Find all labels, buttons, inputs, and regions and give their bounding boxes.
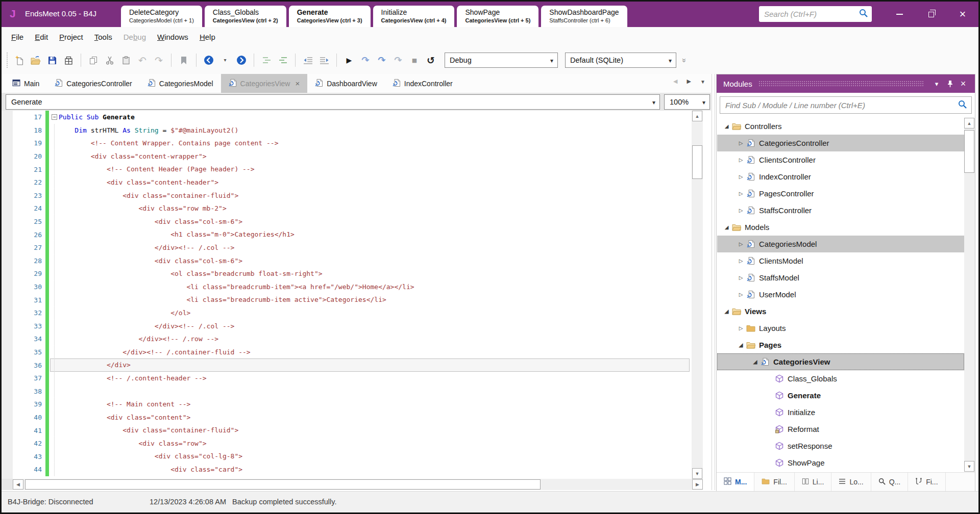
fold-margin[interactable] <box>50 332 59 346</box>
fold-margin[interactable] <box>50 280 59 294</box>
copy-icon[interactable] <box>88 55 99 66</box>
code-text[interactable]: <div class="col-sm-6"> <box>59 215 690 228</box>
menu-item[interactable]: Debug <box>118 33 152 41</box>
tree-item[interactable]: setResponse <box>717 438 964 454</box>
search-icon[interactable] <box>958 100 967 111</box>
expander-icon[interactable]: ▷ <box>737 191 745 196</box>
fold-margin[interactable] <box>50 124 59 137</box>
toolbar-button[interactable] <box>336 54 337 67</box>
tree-item[interactable]: ▷ ClientsController <box>717 151 964 168</box>
run-mode-select[interactable]: Debug <box>445 53 558 68</box>
expander-icon[interactable]: ▷ <box>737 258 745 264</box>
fold-margin[interactable] <box>50 150 59 163</box>
menu-item[interactable]: Windows <box>152 33 194 41</box>
expander-icon[interactable]: ▷ <box>737 325 745 331</box>
toolbar-button[interactable] <box>171 54 172 67</box>
close-button[interactable] <box>947 2 978 27</box>
step-out-icon[interactable]: ↷ <box>393 55 404 66</box>
pin-icon[interactable] <box>943 77 957 90</box>
scroll-tabs-right-icon[interactable] <box>687 78 691 85</box>
bookmark-tab[interactable]: ShowDashboardPage StaffsController (ctrl… <box>541 6 627 27</box>
code-line[interactable]: 17 Public Sub Generate <box>13 111 690 124</box>
search-icon[interactable] <box>859 9 868 19</box>
resume-icon[interactable]: ↷ <box>360 55 371 66</box>
fold-margin[interactable] <box>50 189 59 202</box>
code-text[interactable]: <li class="breadcrumb-item active">Categ… <box>59 293 690 306</box>
document-tab[interactable]: CategoriesModel <box>140 74 221 93</box>
fold-margin[interactable] <box>50 293 59 306</box>
expander-icon[interactable]: ◢ <box>722 309 731 314</box>
toolbar-grip[interactable] <box>7 53 9 68</box>
bookmark-icon[interactable] <box>178 55 189 66</box>
panel-menu-icon[interactable] <box>930 77 943 90</box>
toolbar-button[interactable] <box>81 54 81 67</box>
tree-item[interactable]: ShowPage <box>717 454 964 471</box>
code-text[interactable]: Dim strHTML As String = $"#@mainLayout2(… <box>59 124 690 137</box>
tree-item[interactable]: Generate <box>717 387 964 404</box>
fold-margin[interactable] <box>50 163 59 176</box>
tree-item[interactable]: ◢ Views <box>717 303 964 320</box>
code-line[interactable]: 38 <box>13 384 690 398</box>
back-menu-icon[interactable]: ▾ <box>219 55 231 66</box>
code-line[interactable]: 20 <div class="content-wrapper"> <box>13 150 690 163</box>
fold-margin[interactable] <box>50 320 59 333</box>
code-line[interactable]: 19 <!-- Content Wrapper. Contains page c… <box>13 137 690 150</box>
tree-item[interactable]: ◢ CategoriesView <box>717 353 964 370</box>
indent-icon[interactable] <box>318 55 330 66</box>
fold-margin[interactable] <box>50 306 59 320</box>
build-modules-icon[interactable] <box>63 55 74 66</box>
code-text[interactable]: <div class="content-header"> <box>59 176 690 189</box>
expander-icon[interactable]: ▷ <box>737 292 745 297</box>
expander-icon[interactable]: ◢ <box>737 342 745 348</box>
expander-icon[interactable]: ◢ <box>722 123 731 129</box>
code-text[interactable]: <!-- Content Wrapper. Contains page cont… <box>59 137 690 150</box>
fold-margin[interactable] <box>50 346 59 359</box>
search-input[interactable]: Search (Ctrl+F) <box>759 6 872 22</box>
code-text[interactable]: <ol class="breadcrumb float-sm-right"> <box>59 267 690 280</box>
code-line[interactable]: 29 <ol class="breadcrumb float-sm-right"… <box>13 267 690 280</box>
code-line[interactable]: 27 </div><!-- /.col --> <box>13 241 690 254</box>
code-line[interactable]: 24 <div class="row mb-2"> <box>13 202 690 215</box>
tool-window-tab[interactable]: Q... <box>871 473 909 491</box>
code-text[interactable]: <div class="col-sm-6"> <box>59 254 690 268</box>
code-line[interactable]: 28 <div class="col-sm-6"> <box>13 254 690 268</box>
editor-zoom-select[interactable]: 100% <box>664 94 710 110</box>
expander-icon[interactable]: ▷ <box>737 208 745 213</box>
fold-margin[interactable] <box>50 176 59 189</box>
undo-icon[interactable]: ↶ <box>137 55 148 66</box>
menu-item[interactable]: Tools <box>89 33 118 41</box>
tree-item[interactable]: ◢ Models <box>717 219 964 236</box>
build-configuration-select[interactable]: Default (SQLite) <box>565 53 676 68</box>
fold-margin[interactable] <box>50 137 59 150</box>
tool-window-tab[interactable]: Lo... <box>831 473 871 491</box>
bookmark-tab[interactable]: Initialize CategoriesView (ctrl + 4) <box>373 6 455 27</box>
code-line[interactable]: 32 </ol> <box>13 306 690 320</box>
tree-item[interactable]: Initialize <box>717 404 964 421</box>
fold-margin[interactable] <box>50 254 59 268</box>
code-line[interactable]: 18 Dim strHTML As String = $"#@mainLayou… <box>13 124 690 137</box>
code-line[interactable]: 37 <!-- /.content-header --> <box>13 372 690 385</box>
toolbar-button[interactable] <box>254 54 254 67</box>
fold-margin[interactable] <box>50 450 59 463</box>
code-text[interactable]: </ol> <box>59 306 690 320</box>
close-tab-icon[interactable] <box>295 79 300 88</box>
scroll-right-icon[interactable] <box>692 479 703 490</box>
vertical-scroll-thumb[interactable] <box>964 130 974 173</box>
fold-margin[interactable] <box>50 228 59 241</box>
scroll-up-icon[interactable] <box>692 111 702 121</box>
code-text[interactable]: </div><!-- /.row --> <box>59 332 690 346</box>
fold-margin[interactable] <box>50 411 59 424</box>
expander-icon[interactable]: ◢ <box>722 224 731 230</box>
redo-icon[interactable]: ↷ <box>153 55 164 66</box>
menu-item[interactable]: Help <box>194 33 221 41</box>
expander-icon[interactable]: ▷ <box>737 275 745 280</box>
tree-item[interactable]: ▷ CategoriesController <box>717 135 964 151</box>
code-text[interactable]: <div class="row"> <box>59 437 690 450</box>
code-line[interactable]: 33 </div><!-- /.col --> <box>13 320 690 333</box>
code-line[interactable]: 25 <div class="col-sm-6"> <box>13 215 690 228</box>
code-text[interactable]: </div><!-- /.col --> <box>59 320 690 333</box>
restore-button[interactable] <box>915 2 947 27</box>
scroll-down-icon[interactable] <box>964 461 974 472</box>
code-text[interactable]: </div><!-- /.col --> <box>59 241 690 254</box>
new-project-icon[interactable] <box>14 55 25 66</box>
